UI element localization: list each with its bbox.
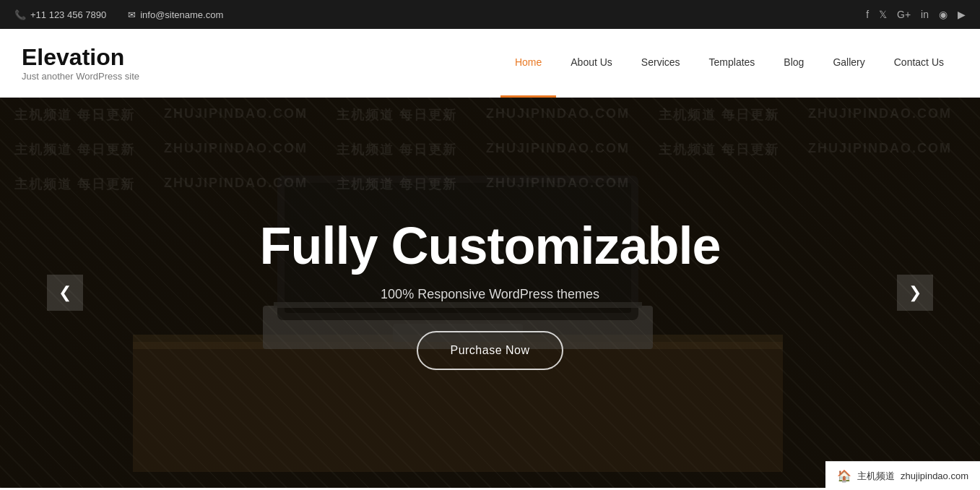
linkedin-icon[interactable]: in — [921, 9, 929, 20]
main-nav: Home About Us Services Templates Blog Ga… — [500, 29, 958, 98]
nav-item-templates[interactable]: Templates — [695, 29, 770, 98]
rss-icon[interactable]: ◉ — [939, 9, 948, 20]
nav-item-blog[interactable]: Blog — [769, 29, 818, 98]
nav-item-contact[interactable]: Contact Us — [880, 29, 958, 98]
hero-heading: Fully Customizable — [259, 216, 720, 275]
chevron-left-icon: ❮ — [58, 283, 71, 302]
nav-item-services[interactable]: Services — [627, 29, 695, 98]
twitter-icon[interactable]: 𝕏 — [879, 9, 887, 20]
email-icon — [128, 9, 136, 20]
logo-area[interactable]: Elevation Just another WordPress site — [22, 45, 139, 81]
home-icon: 🏠 — [837, 469, 851, 483]
nav-item-about[interactable]: About Us — [556, 29, 627, 98]
nav-item-home[interactable]: Home — [500, 29, 556, 98]
bottom-bar-url: zhujipindao.com — [901, 470, 968, 481]
facebook-icon[interactable]: f — [866, 9, 869, 20]
phone-number: +11 123 456 7890 — [30, 9, 106, 20]
nav-item-gallery[interactable]: Gallery — [818, 29, 879, 98]
header: Elevation Just another WordPress site Ho… — [0, 29, 980, 98]
arrow-left-button[interactable]: ❮ — [47, 275, 83, 311]
chevron-right-icon: ❯ — [909, 283, 922, 302]
bottom-bar-label: 主机频道 — [857, 470, 895, 483]
social-icons: f 𝕏 G+ in ◉ ▶ — [866, 9, 966, 20]
topbar-email: info@sitename.com — [128, 9, 223, 20]
hero-section: 主机频道 每日更新 ZHUJIPINDAO.COM 主机频道 每日更新 ZHUJ… — [0, 98, 980, 488]
logo-title: Elevation — [22, 45, 139, 70]
topbar-phone: +11 123 456 7890 — [14, 9, 106, 20]
youtube-icon[interactable]: ▶ — [958, 9, 966, 20]
email-address: info@sitename.com — [140, 9, 223, 20]
googleplus-icon[interactable]: G+ — [897, 9, 911, 20]
hero-content: Fully Customizable 100% Responsive WordP… — [259, 216, 720, 370]
hero-subheading: 100% Responsive WordPress themes — [259, 287, 720, 302]
logo-subtitle: Just another WordPress site — [22, 71, 139, 82]
topbar: +11 123 456 7890 info@sitename.com f 𝕏 G… — [0, 0, 980, 29]
phone-icon — [14, 9, 26, 20]
bottom-watermark-bar: 🏠 主机频道 zhujipindao.com — [825, 461, 980, 488]
arrow-right-button[interactable]: ❯ — [897, 275, 933, 311]
purchase-now-button[interactable]: Purchase Now — [417, 331, 563, 370]
